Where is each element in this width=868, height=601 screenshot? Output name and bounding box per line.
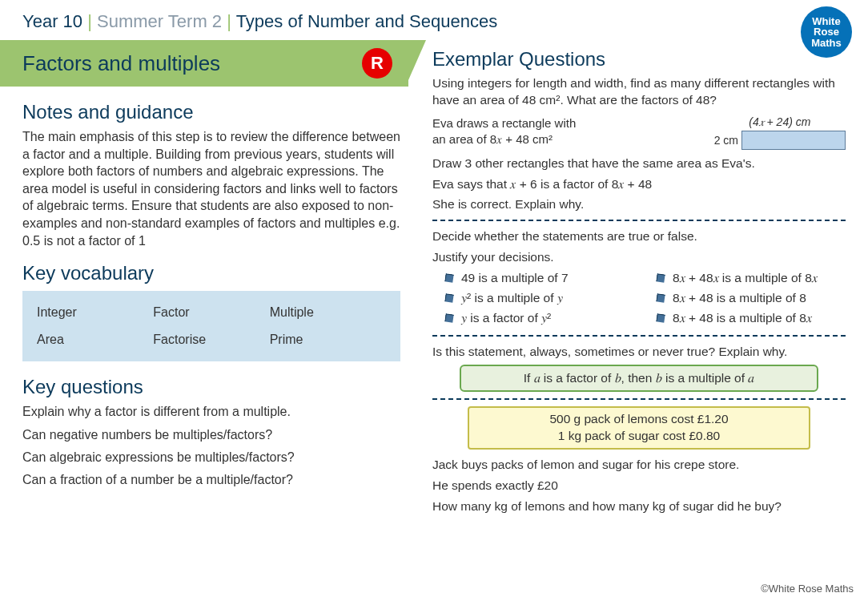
- statement-item: 8𝑥 + 48𝑥 is a multiple of 8𝑥: [657, 268, 846, 288]
- key-question: Can a fraction of a number be a multiple…: [22, 471, 400, 489]
- green-callout: If 𝑎 is a factor of 𝑏, then 𝑏 is a multi…: [460, 365, 818, 392]
- rectangle-diagram: (4𝑥 + 24) cm 2 cm: [714, 115, 846, 150]
- divider: [432, 398, 846, 400]
- exemplar-heading: Exemplar Questions: [432, 48, 846, 71]
- copyright-footer: ©White Rose Maths: [761, 583, 854, 595]
- statement-item: 8𝑥 + 48 is a multiple of 8: [657, 288, 846, 309]
- notes-heading: Notes and guidance: [22, 101, 400, 123]
- breadcrumb-topic: Types of Number and Sequences: [236, 11, 498, 31]
- key-question: Explain why a factor is different from a…: [22, 403, 400, 421]
- statement-item: 8𝑥 + 48 is a multiple of 8𝑥: [657, 309, 846, 329]
- key-question: Can algebraic expressions be multiples/f…: [22, 449, 400, 466]
- breadcrumb-term: Summer Term 2: [97, 11, 222, 31]
- statement-item: 𝑦² is a multiple of 𝑦: [445, 288, 634, 309]
- rectangle-shape: [741, 131, 846, 150]
- true-false-columns: 49 is a multiple of 7 𝑦² is a multiple o…: [445, 268, 846, 328]
- breadcrumb: Year 10 | Summer Term 2 | Types of Numbe…: [0, 0, 868, 40]
- vocab-row: Integer Factor Multiple: [37, 299, 386, 326]
- vocab-heading: Key vocabulary: [22, 262, 400, 284]
- white-rose-maths-logo: White Rose Maths: [801, 6, 852, 58]
- exemplar-intro: Using integers for length and width, fin…: [432, 75, 846, 109]
- divider: [432, 335, 846, 337]
- statement-item: 49 is a multiple of 7: [445, 268, 634, 288]
- breadcrumb-year: Year 10: [22, 11, 82, 31]
- eva-rectangle-block: Eva draws a rectangle with an area of 8𝑥…: [432, 115, 846, 150]
- r-badge: R: [362, 48, 392, 79]
- notes-text: The main emphasis of this step is to rev…: [22, 128, 400, 249]
- key-question: Can negative numbers be multiples/factor…: [22, 426, 400, 444]
- title-bar: Factors and multiples R: [0, 40, 408, 87]
- kq-heading: Key questions: [22, 376, 400, 398]
- yellow-callout: 500 g pack of lemons cost £1.20 1 kg pac…: [468, 406, 810, 450]
- page-title: Factors and multiples: [22, 51, 362, 76]
- vocab-row: Area Factorise Prime: [37, 326, 386, 353]
- vocab-table: Integer Factor Multiple Area Factorise P…: [22, 291, 400, 361]
- statement-item: 𝑦 is a factor of 𝑦²: [445, 309, 634, 329]
- divider: [432, 220, 846, 221]
